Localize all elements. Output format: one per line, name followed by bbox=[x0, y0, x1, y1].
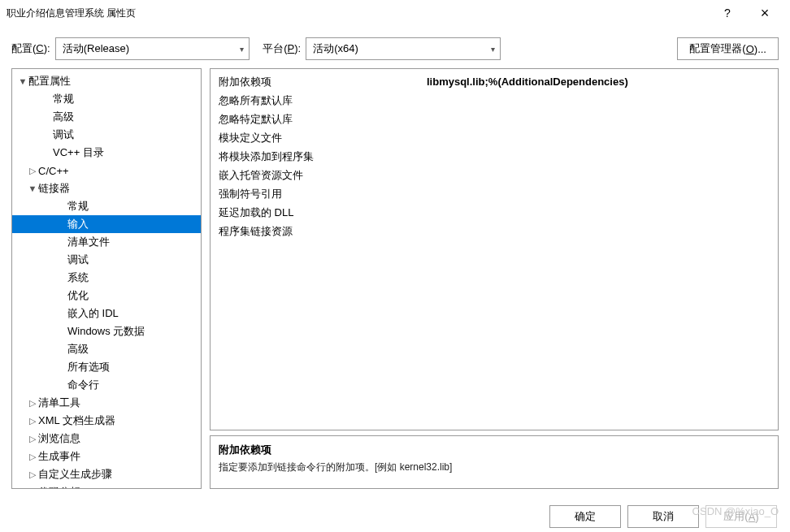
cancel-button[interactable]: 取消 bbox=[627, 505, 699, 528]
tree-item[interactable]: 优化 bbox=[12, 287, 201, 305]
tree-item[interactable]: 调试 bbox=[12, 126, 201, 144]
tree-item[interactable]: 所有选项 bbox=[12, 358, 201, 376]
tree-item[interactable]: 常规 bbox=[12, 90, 201, 108]
chevron-down-icon: ▾ bbox=[491, 45, 495, 54]
grid-row[interactable]: 忽略特定默认库 bbox=[211, 110, 778, 128]
tree-pane[interactable]: ▼配置属性常规高级调试VC++ 目录▷C/C++▼链接器常规输入清单文件调试系统… bbox=[11, 68, 202, 489]
platform-value: 活动(x64) bbox=[313, 41, 358, 56]
description-body: 指定要添加到链接命令行的附加项。[例如 kernel32.lib] bbox=[219, 461, 770, 474]
ok-button[interactable]: 确定 bbox=[549, 505, 621, 528]
description-box: 附加依赖项 指定要添加到链接命令行的附加项。[例如 kernel32.lib] bbox=[210, 435, 779, 489]
config-combo[interactable]: 活动(Release) ▾ bbox=[55, 37, 250, 60]
title-bar: 职业介绍信息管理系统 属性页 ? × bbox=[0, 0, 790, 26]
grid-key: 附加依赖项 bbox=[219, 75, 427, 89]
tree-item[interactable]: 输入 bbox=[12, 215, 201, 233]
platform-label: 平台(P): bbox=[263, 41, 301, 56]
platform-combo[interactable]: 活动(x64) ▾ bbox=[306, 37, 501, 60]
window-title: 职业介绍信息管理系统 属性页 bbox=[7, 6, 709, 20]
tree-item[interactable]: 命令行 bbox=[12, 376, 201, 394]
grid-key: 忽略所有默认库 bbox=[219, 93, 427, 108]
config-value: 活动(Release) bbox=[63, 41, 129, 56]
expand-down-icon[interactable]: ▼ bbox=[27, 184, 38, 193]
tree-item[interactable]: 清单文件 bbox=[12, 233, 201, 251]
apply-button: 应用(A) bbox=[705, 505, 777, 528]
tree-item[interactable]: ▷浏览信息 bbox=[12, 430, 201, 448]
grid-key: 强制符号引用 bbox=[219, 187, 427, 201]
tree-item[interactable]: ▷清单工具 bbox=[12, 394, 201, 412]
tree-item[interactable]: 系统 bbox=[12, 269, 201, 287]
tree-item-label: 嵌入的 IDL bbox=[67, 306, 119, 321]
tree-item[interactable]: ▼配置属性 bbox=[12, 72, 201, 90]
tree-item-label: 常规 bbox=[67, 199, 89, 214]
expand-right-icon[interactable]: ▷ bbox=[27, 434, 38, 444]
tree-item-label: 命令行 bbox=[67, 378, 99, 392]
tree-item-label: 常规 bbox=[53, 92, 74, 106]
tree-item[interactable]: ▷自定义生成步骤 bbox=[12, 465, 201, 483]
tree-item[interactable]: ▷XML 文档生成器 bbox=[12, 412, 201, 430]
grid-row[interactable]: 嵌入托管资源文件 bbox=[211, 166, 778, 184]
grid-row[interactable]: 将模块添加到程序集 bbox=[211, 147, 778, 166]
tree-item-label: VC++ 目录 bbox=[53, 145, 104, 160]
footer: 确定 取消 应用(A) bbox=[0, 489, 790, 528]
tree-item[interactable]: ▷C/C++ bbox=[12, 162, 201, 179]
description-title: 附加依赖项 bbox=[219, 443, 770, 457]
tree-item[interactable]: ▼链接器 bbox=[12, 179, 201, 197]
expand-right-icon[interactable]: ▷ bbox=[27, 398, 38, 409]
config-row: 配置(C): 活动(Release) ▾ 平台(P): 活动(x64) ▾ 配置… bbox=[0, 26, 790, 68]
tree-item[interactable]: 嵌入的 IDL bbox=[12, 305, 201, 322]
close-icon[interactable]: × bbox=[746, 1, 783, 25]
tree-item-label: XML 文档生成器 bbox=[38, 413, 115, 428]
grid-row[interactable]: 强制符号引用 bbox=[211, 184, 778, 203]
tree-item-label: 输入 bbox=[67, 217, 89, 231]
property-grid[interactable]: 附加依赖项libmysql.lib;%(AdditionalDependenci… bbox=[210, 68, 779, 430]
main-area: ▼配置属性常规高级调试VC++ 目录▷C/C++▼链接器常规输入清单文件调试系统… bbox=[0, 68, 790, 489]
grid-key: 延迟加载的 DLL bbox=[219, 205, 427, 220]
expand-right-icon[interactable]: ▷ bbox=[27, 166, 38, 176]
grid-row[interactable]: 程序集链接资源 bbox=[211, 222, 778, 240]
grid-row[interactable]: 忽略所有默认库 bbox=[211, 91, 778, 110]
grid-key: 程序集链接资源 bbox=[219, 224, 427, 239]
expand-down-icon[interactable]: ▼ bbox=[17, 76, 28, 86]
tree-item[interactable]: ▷生成事件 bbox=[12, 448, 201, 465]
tree-item-label: 配置属性 bbox=[28, 74, 71, 89]
tree-item[interactable]: VC++ 目录 bbox=[12, 144, 201, 162]
chevron-down-icon: ▾ bbox=[240, 45, 244, 54]
tree-item-label: 高级 bbox=[67, 342, 89, 357]
right-pane: 附加依赖项libmysql.lib;%(AdditionalDependenci… bbox=[210, 68, 779, 489]
help-icon[interactable]: ? bbox=[709, 1, 746, 25]
grid-row[interactable]: 模块定义文件 bbox=[211, 128, 778, 147]
tree-item[interactable]: 高级 bbox=[12, 340, 201, 358]
tree-item-label: 自定义生成步骤 bbox=[38, 467, 112, 482]
tree-item-label: Windows 元数据 bbox=[67, 324, 145, 339]
tree-item[interactable]: 高级 bbox=[12, 108, 201, 126]
grid-row[interactable]: 延迟加载的 DLL bbox=[211, 203, 778, 222]
config-label: 配置(C): bbox=[11, 41, 50, 56]
tree-item-label: C/C++ bbox=[38, 165, 69, 177]
config-manager-button[interactable]: 配置管理器(O)... bbox=[677, 37, 779, 60]
tree-item-label: 系统 bbox=[67, 270, 89, 285]
tree-item-label: 高级 bbox=[53, 110, 74, 124]
grid-key: 模块定义文件 bbox=[219, 131, 427, 145]
tree-item-label: 所有选项 bbox=[67, 360, 110, 374]
tree-item-label: 清单工具 bbox=[38, 396, 80, 410]
grid-key: 嵌入托管资源文件 bbox=[219, 168, 427, 183]
tree-item-label: 链接器 bbox=[38, 181, 70, 196]
tree-item-label: 优化 bbox=[67, 288, 89, 303]
tree-item-label: 调试 bbox=[67, 253, 89, 267]
tree-item[interactable]: Windows 元数据 bbox=[12, 322, 201, 340]
grid-key: 忽略特定默认库 bbox=[219, 112, 427, 127]
tree-item-label: 清单文件 bbox=[67, 235, 110, 249]
expand-right-icon[interactable]: ▷ bbox=[27, 469, 38, 480]
grid-row[interactable]: 附加依赖项libmysql.lib;%(AdditionalDependenci… bbox=[211, 72, 778, 91]
grid-key: 将模块添加到程序集 bbox=[219, 149, 427, 164]
tree-item[interactable]: ▷代码分析 bbox=[12, 483, 201, 489]
tree-item-label: 调试 bbox=[53, 128, 74, 142]
expand-right-icon[interactable]: ▷ bbox=[27, 452, 38, 462]
expand-right-icon[interactable]: ▷ bbox=[27, 416, 38, 426]
tree-item-label: 生成事件 bbox=[38, 449, 80, 464]
tree-item-label: 浏览信息 bbox=[38, 431, 80, 446]
tree-item[interactable]: 调试 bbox=[12, 251, 201, 269]
tree-item[interactable]: 常规 bbox=[12, 197, 201, 215]
grid-value[interactable]: libmysql.lib;%(AdditionalDependencies) bbox=[427, 76, 770, 88]
